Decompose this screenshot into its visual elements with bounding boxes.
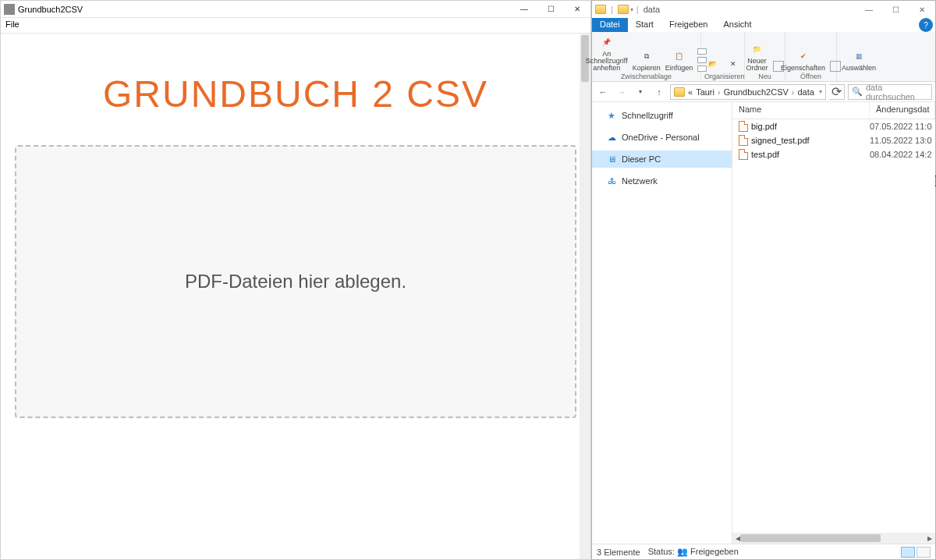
select-label: Auswählen: [842, 65, 876, 72]
breadcrumb-tauri[interactable]: Tauri: [696, 87, 714, 97]
group-select-label: [840, 72, 878, 81]
folder-icon: [674, 87, 685, 97]
paste-button[interactable]: 📋 Einfügen: [665, 48, 693, 72]
close-button[interactable]: ✕: [564, 1, 590, 18]
file-list-header: Name Änderungsdat: [732, 102, 935, 119]
file-date: 08.04.2022 14:2: [870, 150, 935, 159]
properties-button[interactable]: ✔ Eigenschaften: [781, 48, 825, 72]
maximize-button[interactable]: ☐: [537, 1, 564, 18]
pin-to-quickaccess-button[interactable]: 📌 An Schnellzugriff anheften: [586, 34, 628, 72]
breadcrumb-data[interactable]: data: [797, 87, 814, 97]
chevron-right-icon: ›: [718, 87, 721, 97]
column-date[interactable]: Änderungsdat: [870, 102, 935, 119]
paste-label: Einfügen: [665, 65, 693, 72]
breadcrumb-grundbuch2csv[interactable]: Grundbuch2CSV: [724, 87, 789, 97]
column-name[interactable]: Name: [732, 102, 870, 119]
details-view-button[interactable]: [901, 547, 915, 558]
ribbon-group-new: 📁 Neuer Ordner Neu: [745, 32, 785, 81]
chevron-down-icon[interactable]: ▾: [819, 88, 822, 95]
new-folder-button[interactable]: 📁 Neuer Ordner: [746, 41, 768, 72]
copy-icon: ⧉: [639, 48, 654, 64]
nav-network[interactable]: 🖧 Netzwerk: [592, 172, 732, 190]
new-folder-icon: 📁: [750, 41, 765, 57]
up-button[interactable]: ↑: [651, 84, 667, 100]
scroll-right-button[interactable]: ▶: [924, 533, 935, 544]
status-bar: 3 Elemente Status: 👥 Freigegeben: [592, 544, 935, 559]
copy-button[interactable]: ⧉ Kopieren: [633, 48, 661, 72]
people-icon: 👥: [677, 547, 688, 556]
grundbuch-app-window: Grundbuch2CSV — ☐ ✕ File GRUNDBUCH 2 CSV…: [0, 0, 591, 560]
nav-quick-access[interactable]: ★ Schnellzugriff: [592, 107, 732, 124]
search-input[interactable]: 🔍 data durchsuchen: [848, 84, 932, 100]
tab-freigeben[interactable]: Freigeben: [661, 18, 716, 32]
pdf-dropzone[interactable]: PDF-Dateien hier ablegen.: [15, 145, 576, 418]
select-icon: ▦: [851, 48, 867, 64]
pdf-icon: [739, 149, 748, 160]
file-explorer-window: | ▾ | data — ☐ ✕ Datei Start Freigeben A…: [591, 0, 936, 560]
checkmark-icon: ✔: [796, 48, 811, 64]
nav-onedrive-label: OneDrive - Personal: [622, 133, 700, 142]
group-organize-label: Organisieren: [704, 72, 741, 81]
nav-this-pc[interactable]: 🖥 Dieser PC: [592, 151, 732, 168]
search-placeholder: data durchsuchen: [866, 83, 928, 101]
help-button[interactable]: ?: [919, 18, 933, 32]
file-list-pane: Name Änderungsdat big.pdf 07.05.2022 11:…: [732, 102, 935, 544]
tab-ansicht[interactable]: Ansicht: [715, 18, 759, 32]
tab-datei[interactable]: Datei: [592, 18, 628, 32]
delete-icon: ✕: [725, 56, 741, 72]
move-button[interactable]: 📂: [705, 56, 721, 72]
maximize-button[interactable]: ☐: [882, 1, 909, 18]
folder-icon: [618, 5, 629, 14]
app-heading: GRUNDBUCH 2 CSV: [1, 73, 590, 115]
cloud-icon: ☁: [606, 132, 617, 143]
pc-icon: 🖥: [606, 154, 617, 165]
search-icon: 🔍: [852, 87, 863, 97]
horizontal-scrollbar[interactable]: ◀ ▶: [732, 533, 935, 544]
file-date: 11.05.2022 13:0: [870, 136, 935, 145]
file-row[interactable]: signed_test.pdf 11.05.2022 13:0: [732, 133, 935, 147]
paste-icon: 📋: [671, 48, 686, 64]
app-menubar: File: [1, 18, 590, 34]
ribbon-tabs: Datei Start Freigeben Ansicht ?: [592, 18, 935, 32]
dropzone-text: PDF-Dateien hier ablegen.: [185, 271, 406, 292]
copy-label: Kopieren: [633, 65, 661, 72]
refresh-button[interactable]: ⟳: [829, 84, 845, 100]
address-row: ← → ▾ ↑ « Tauri › Grundbuch2CSV › data ▾…: [592, 82, 935, 102]
group-clipboard-label: Zwischenablage: [595, 72, 697, 81]
icons-view-button[interactable]: [916, 547, 931, 558]
pdf-icon: [739, 135, 748, 146]
ribbon-group-organize: 📂 ✕ Organisieren: [701, 32, 745, 81]
ribbon-group-open: ✔ Eigenschaften Öffnen: [785, 32, 837, 81]
chevron-down-icon[interactable]: ▾: [630, 6, 633, 13]
pdf-icon: [739, 121, 748, 132]
nav-this-pc-label: Dieser PC: [622, 154, 661, 164]
status-state-value: Freigegeben: [690, 547, 739, 556]
file-row[interactable]: test.pdf 08.04.2022 14:2: [732, 147, 935, 161]
explorer-title: data: [644, 5, 660, 14]
breadcrumb-overflow[interactable]: «: [688, 87, 693, 97]
nav-quick-access-label: Schnellzugriff: [622, 111, 673, 120]
select-button[interactable]: ▦ Auswählen: [842, 48, 876, 72]
forward-button[interactable]: →: [614, 84, 629, 100]
minimize-button[interactable]: —: [856, 1, 882, 18]
app-titlebar: Grundbuch2CSV — ☐ ✕: [1, 1, 590, 18]
file-row[interactable]: big.pdf 07.05.2022 11:0: [732, 119, 935, 133]
new-folder-label: Neuer Ordner: [746, 58, 768, 72]
app-icon: [4, 4, 15, 15]
back-button[interactable]: ←: [595, 84, 611, 100]
menu-file[interactable]: File: [5, 19, 20, 29]
recent-button[interactable]: ▾: [633, 84, 648, 100]
app-title: Grundbuch2CSV: [18, 5, 83, 14]
file-name: test.pdf: [751, 150, 867, 159]
titlebar-separator: |: [611, 5, 613, 14]
minimize-button[interactable]: —: [511, 1, 537, 18]
nav-onedrive[interactable]: ☁ OneDrive - Personal: [592, 129, 732, 146]
address-bar[interactable]: « Tauri › Grundbuch2CSV › data ▾: [670, 84, 826, 100]
ribbon-group-select: ▦ Auswählen: [837, 32, 881, 81]
tab-start[interactable]: Start: [628, 18, 661, 32]
vertical-scrollbar[interactable]: [580, 34, 590, 559]
delete-button[interactable]: ✕: [725, 56, 741, 72]
scrollbar-thumb[interactable]: [740, 534, 881, 542]
pin-label: An Schnellzugriff anheften: [586, 51, 628, 72]
close-button[interactable]: ✕: [909, 1, 935, 18]
